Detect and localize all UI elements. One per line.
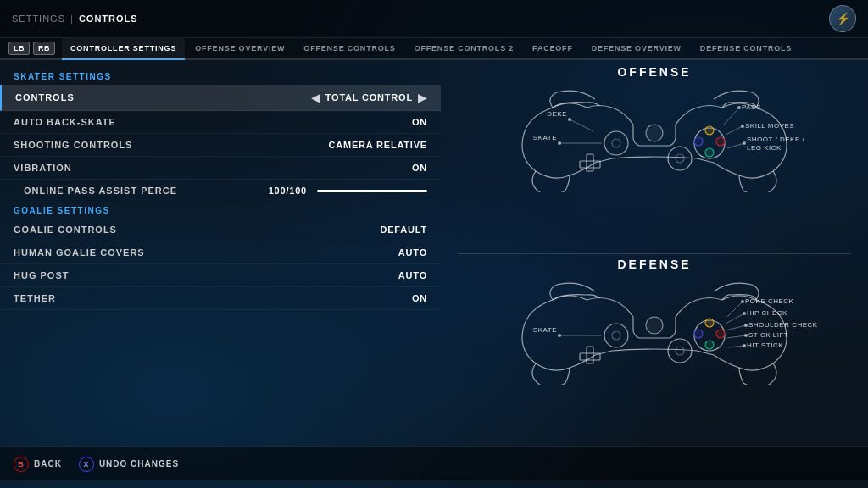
undo-label: UNDO CHANGES [99,459,179,469]
svg-point-9 [705,148,714,157]
back-label: BACK [34,459,62,469]
svg-point-35 [705,319,714,327]
setting-row-controls[interactable]: CONTROLS ◀ TOTAL CONTROL ▶ [0,85,441,111]
svg-point-16 [558,141,561,145]
arrow-right-controls[interactable]: ▶ [418,91,427,104]
svg-rect-32 [587,347,593,363]
svg-point-41 [558,334,561,337]
setting-row-human-goalie[interactable]: HUMAN GOALIE COVERS AUTO [0,241,441,264]
top-bar: SETTINGS | CONTROLS ⚡ [0,0,868,38]
svg-line-49 [726,325,746,330]
x-button-icon: X [79,457,94,472]
svg-line-18 [724,108,739,125]
svg-line-24 [727,143,744,148]
svg-point-22 [741,125,744,128]
svg-text:POKE CHECK: POKE CHECK [745,297,794,305]
setting-row-hug-post[interactable]: HUG POST AUTO [0,264,441,287]
svg-point-7 [705,126,714,135]
svg-text:HIT STICK: HIT STICK [747,341,783,349]
setting-value-human-goalie: AUTO [398,247,427,258]
offense-diagram: OFFENSE [449,65,860,250]
setting-value-controls: TOTAL CONTROL [326,92,413,103]
setting-row-goalie-controls[interactable]: GOALIE CONTROLS DEFAULT [0,219,441,241]
tab-bar: LB RB CONTROLLER SETTINGS OFFENSE OVERVI… [0,38,868,60]
skater-settings-label: SKATER SETTINGS [0,69,441,85]
setting-name-online-pass: ONLINE PASS ASSIST PERCE [24,186,269,196]
svg-rect-4 [587,154,593,171]
svg-point-39 [646,317,663,334]
back-action[interactable]: B BACK [14,457,62,472]
setting-row-shooting-controls[interactable]: SHOOTING CONTROLS CAMERA RELATIVE [0,134,441,157]
svg-line-52 [727,336,746,338]
svg-point-1 [612,139,620,147]
svg-point-56 [743,344,746,347]
setting-name-human-goalie: HUMAN GOALIE COVERS [14,247,398,258]
main-content: SKATER SETTINGS CONTROLS ◀ TOTAL CONTROL… [0,60,868,446]
b-button-icon: B [14,457,29,472]
tab-faceoff[interactable]: FACEOFF [524,38,581,60]
avatar: ⚡ [829,5,856,32]
setting-row-online-pass[interactable]: ONLINE PASS ASSIST PERCE 100/100 [0,180,441,202]
svg-point-25 [743,141,746,145]
svg-point-30 [668,339,692,363]
svg-text:SHOOT / DEKE /: SHOOT / DEKE / [747,136,804,143]
svg-point-38 [694,330,703,338]
svg-point-0 [604,131,628,155]
bottom-bar: B BACK X UNDO CHANGES [0,446,868,480]
svg-point-44 [741,300,744,303]
diagram-divider [458,253,851,254]
setting-value-online-pass: 100/100 [269,186,307,196]
svg-point-29 [612,331,620,340]
setting-name-auto-back-skate: AUTO BACK-SKATE [14,117,412,127]
bumper-group: LB RB [8,42,55,55]
defense-controller-wrapper: SKATE POKE CHECK HIP CHECK SHOULDER CHEC… [449,274,860,439]
setting-row-vibration[interactable]: VIBRATION ON [0,157,441,180]
lb-bumper[interactable]: LB [8,42,30,55]
breadcrumb-controls: CONTROLS [79,14,138,24]
svg-line-21 [726,126,743,135]
tab-defense-controls[interactable]: DEFENSE CONTROLS [692,38,800,60]
svg-text:PASS: PASS [742,103,761,111]
undo-action[interactable]: X UNDO CHANGES [79,457,179,472]
defense-controller-svg: SKATE POKE CHECK HIP CHECK SHOULDER CHEC… [485,274,824,385]
slider-fill-online-pass [317,190,427,192]
rb-bumper[interactable]: RB [33,42,55,55]
tab-defense-overview[interactable]: DEFENSE OVERVIEW [583,38,690,60]
svg-point-13 [568,118,571,121]
svg-line-43 [727,302,743,317]
setting-name-goalie-controls: GOALIE CONTROLS [14,225,380,235]
svg-point-53 [744,334,748,337]
svg-line-46 [726,313,744,324]
arrow-left-controls[interactable]: ◀ [311,91,320,104]
setting-name-vibration: VIBRATION [14,163,412,173]
offense-title: OFFENSE [449,65,860,79]
tab-offense-controls-2[interactable]: OFFENSE CONTROLS 2 [406,38,522,60]
breadcrumb-settings: SETTINGS [12,14,65,24]
setting-name-tether: TETHER [14,293,412,303]
setting-value-auto-back-skate: ON [412,117,427,127]
setting-row-tether[interactable]: TETHER ON [0,287,441,310]
setting-value-shooting-controls: CAMERA RELATIVE [329,140,428,150]
arrow-control-controls[interactable]: ◀ TOTAL CONTROL ▶ [311,91,427,104]
slider-track-online-pass[interactable] [317,190,427,192]
svg-text:SKATE: SKATE [533,134,557,141]
setting-value-tether: ON [412,293,427,303]
svg-line-55 [728,346,744,347]
svg-line-12 [570,119,593,131]
svg-point-10 [694,137,703,146]
svg-point-11 [646,125,663,141]
svg-point-37 [705,341,714,349]
offense-controller-svg: DEKE SKATE PASS SKILL MOVES SHOOT / DEKE… [485,82,824,192]
tab-controller-settings[interactable]: CONTROLLER SETTINGS [62,38,185,60]
tab-offense-overview[interactable]: OFFENSE OVERVIEW [186,38,293,60]
setting-value-goalie-controls: DEFAULT [380,225,427,235]
svg-text:SKILL MOVES: SKILL MOVES [745,122,794,130]
svg-text:DEKE: DEKE [547,110,567,118]
setting-name-controls: CONTROLS [15,92,311,103]
breadcrumb: SETTINGS | CONTROLS [12,14,138,24]
setting-row-auto-back-skate[interactable]: AUTO BACK-SKATE ON [0,111,441,134]
defense-title: DEFENSE [449,258,860,271]
left-panel: SKATER SETTINGS CONTROLS ◀ TOTAL CONTROL… [0,60,441,446]
tab-offense-controls[interactable]: OFFENSE CONTROLS [295,38,403,60]
svg-text:HIP CHECK: HIP CHECK [747,309,787,317]
